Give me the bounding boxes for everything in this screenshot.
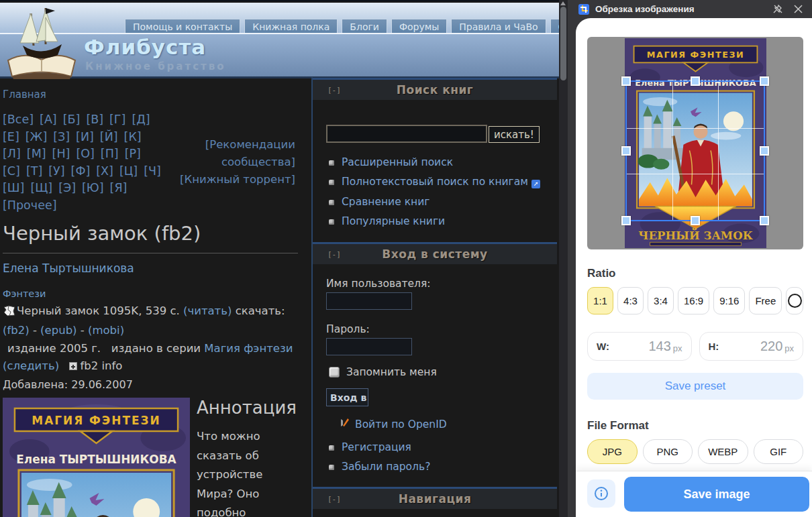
format-option-button[interactable]: WEBP	[698, 439, 748, 464]
pin-off-icon[interactable]	[773, 4, 783, 14]
torrent-link[interactable]: [Книжный торрент]	[180, 173, 295, 186]
height-label: H:	[709, 341, 719, 352]
alphabet-link[interactable]: [Все]	[3, 113, 34, 126]
alphabet-link[interactable]: [Щ]	[30, 181, 52, 194]
info-button[interactable]	[587, 479, 615, 508]
alphabet-link[interactable]: [Й]	[100, 130, 118, 143]
search-button[interactable]: искать!	[489, 126, 540, 143]
alphabet-link[interactable]: [Т]	[26, 164, 42, 178]
crop-selection[interactable]	[625, 80, 765, 221]
fb2-info-expand-icon[interactable]	[69, 362, 77, 370]
annotation-heading: Аннотация	[197, 398, 300, 418]
site-title[interactable]: Флибуста	[84, 35, 206, 59]
alphabet-link[interactable]: [Г]	[109, 113, 125, 126]
forgot-password-link[interactable]: Забыли пароль?	[342, 461, 430, 473]
alphabet-link[interactable]: [У]	[48, 164, 64, 178]
alphabet-link[interactable]: [Ю]	[82, 181, 104, 194]
ratio-option-button[interactable]: 4:3	[617, 287, 644, 314]
alphabet-link[interactable]: [Я]	[110, 181, 128, 194]
series-label: издано в серии	[111, 342, 201, 355]
list-item: Забыли пароль?	[329, 461, 557, 473]
alphabet-link[interactable]: [Б]	[63, 113, 81, 126]
ratio-option-button[interactable]: 16:9	[678, 287, 709, 314]
alphabet-link[interactable]: [Ф]	[71, 164, 91, 178]
remember-me-checkbox[interactable]	[329, 367, 340, 378]
format-option-button[interactable]: GIF	[754, 439, 804, 464]
scrollbar-thumb[interactable]	[560, 7, 566, 80]
login-section-title: Вход в систему	[382, 247, 487, 261]
crop-handle-sw[interactable]	[621, 216, 631, 225]
ratio-option-button[interactable]: 9:16	[713, 287, 745, 314]
page-scrollbar[interactable]	[559, 0, 568, 517]
ship-logo-icon[interactable]	[4, 4, 79, 82]
format-option-button[interactable]: PNG	[643, 439, 693, 464]
read-link[interactable]: (читать)	[183, 304, 232, 317]
recommendations-link[interactable]: [Рекомендации сообщества]	[205, 138, 295, 168]
username-field[interactable]	[326, 292, 412, 310]
save-preset-button[interactable]: Save preset	[587, 373, 803, 400]
compare-books-link[interactable]: Сравнение книг	[342, 196, 429, 208]
alphabet-link[interactable]: [А]	[40, 113, 57, 126]
registration-link[interactable]: Регистрация	[342, 441, 411, 453]
search-input[interactable]	[326, 125, 487, 143]
crop-handle-nw[interactable]	[621, 76, 631, 86]
ratio-ellipse-button[interactable]	[786, 287, 803, 314]
format-option-button[interactable]: JPG	[587, 439, 638, 464]
openid-login-link[interactable]: Войти по OpenID	[355, 418, 447, 430]
alphabet-link[interactable]: [К]	[124, 130, 142, 143]
alphabet-link[interactable]: [Е]	[3, 130, 19, 143]
added-date: Добавлена: 29.06.2007	[3, 378, 309, 391]
login-submit-button[interactable]: Вход в с	[326, 388, 368, 406]
alphabet-link[interactable]: [Ш]	[3, 181, 24, 194]
collapse-login-link[interactable]: [-]	[327, 250, 341, 259]
alphabet-link[interactable]: [Х]	[96, 164, 113, 178]
crop-handle-s[interactable]	[691, 216, 700, 225]
width-input[interactable]: W: 143 px	[587, 332, 692, 361]
alphabet-link[interactable]: [Прочее]	[3, 198, 57, 212]
breadcrumb[interactable]: Главная	[3, 89, 309, 101]
alphabet-link[interactable]: [Л]	[3, 147, 21, 160]
alphabet-link[interactable]: [Ч]	[144, 164, 161, 178]
collapse-search-link[interactable]: [-]	[327, 86, 341, 95]
popular-books-link[interactable]: Популярные книги	[342, 215, 445, 227]
crop-handle-ne[interactable]	[760, 76, 769, 86]
author-link[interactable]: Елена Тыртышникова	[3, 262, 134, 275]
alphabet-link[interactable]: [Н]	[52, 147, 70, 160]
height-input[interactable]: H: 220 px	[699, 332, 804, 361]
alphabet-link[interactable]: [С]	[3, 164, 20, 178]
follow-link[interactable]: (следить)	[3, 359, 59, 372]
scroll-up-icon[interactable]	[560, 1, 566, 5]
password-field[interactable]	[326, 338, 412, 355]
alphabet-link[interactable]: [Ж]	[26, 130, 48, 143]
collapse-navigation-link[interactable]: [-]	[327, 495, 341, 504]
alphabet-link[interactable]: [И]	[76, 130, 94, 143]
crop-handle-se[interactable]	[760, 216, 769, 225]
ratio-option-button[interactable]: 1:1	[587, 287, 613, 314]
download-epub-link[interactable]: (epub)	[40, 324, 77, 337]
alphabet-link[interactable]: [Д]	[132, 113, 150, 126]
advanced-search-link[interactable]: Расширенный поиск	[342, 156, 453, 168]
crop-handle-w[interactable]	[621, 146, 631, 156]
alphabet-link[interactable]: [Р]	[125, 147, 141, 160]
ratio-option-button[interactable]: Free	[749, 287, 782, 314]
panel-bottom-bar: Save image	[576, 471, 812, 517]
alphabet-link[interactable]: [Э]	[58, 181, 76, 194]
ratio-option-button[interactable]: 3:4	[648, 287, 674, 314]
alphabet-link[interactable]: [О]	[76, 147, 94, 160]
ratio-options: 1:14:33:416:99:16Free	[587, 287, 803, 314]
series-link[interactable]: Магия фэнтези	[204, 342, 293, 355]
alphabet-link[interactable]: [М]	[27, 147, 46, 160]
save-image-button[interactable]: Save image	[624, 477, 809, 512]
alphabet-link[interactable]: [В]	[86, 113, 103, 126]
download-mobi-link[interactable]: (mobi)	[88, 324, 124, 337]
crop-handle-n[interactable]	[691, 76, 700, 86]
login-section-header: [-] Вход в систему	[313, 242, 557, 264]
crop-handle-e[interactable]	[760, 146, 769, 156]
alphabet-link[interactable]: [Ц]	[119, 164, 138, 178]
alphabet-link[interactable]: [З]	[53, 130, 70, 143]
close-icon[interactable]	[794, 5, 803, 13]
download-fb2-link[interactable]: (fb2)	[3, 324, 30, 337]
genre-link[interactable]: Фэнтези	[3, 288, 46, 299]
alphabet-link[interactable]: [П]	[101, 147, 119, 160]
fulltext-search-link[interactable]: Полнотекстовый поиск по книгам	[342, 176, 528, 188]
